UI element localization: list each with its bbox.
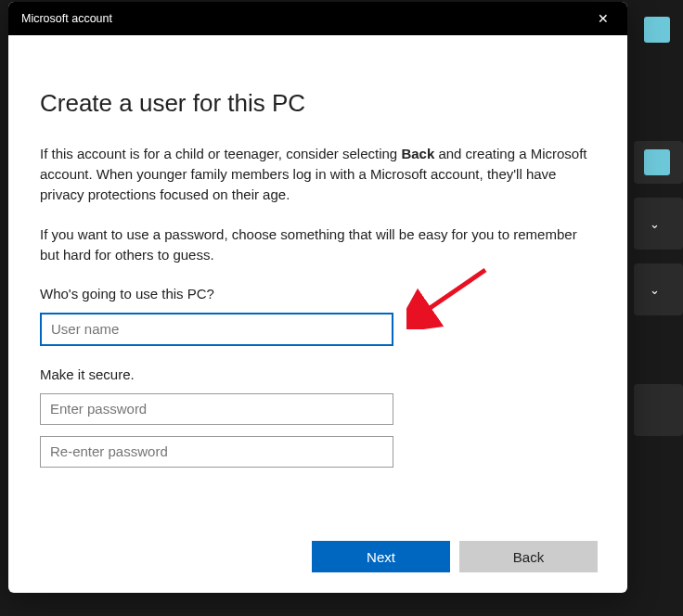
intro-paragraph-2: If you want to use a password, choose so… (40, 225, 595, 265)
intro-paragraph-1: If this account is for a child or teenag… (40, 144, 595, 204)
close-icon[interactable]: ✕ (594, 11, 612, 26)
password-input[interactable] (40, 393, 393, 425)
password-confirm-input[interactable] (40, 436, 393, 468)
bg-tile (644, 149, 670, 175)
secure-group: Make it secure. (40, 366, 596, 468)
content-area: Create a user for this PC If this accoun… (8, 35, 627, 468)
username-input[interactable] (40, 313, 393, 346)
window-title: Microsoft account (21, 12, 112, 25)
next-button[interactable]: Next (312, 541, 450, 572)
para1-pre: If this account is for a child or teenag… (40, 146, 401, 161)
titlebar: Microsoft account ✕ (8, 2, 627, 35)
secure-label: Make it secure. (40, 366, 596, 382)
who-label: Who's going to use this PC? (40, 286, 596, 302)
account-dialog: Microsoft account ✕ Create a user for th… (8, 2, 627, 593)
dialog-footer: Next Back (312, 541, 598, 572)
chevron-down-icon: ⌄ (648, 283, 661, 297)
who-group: Who's going to use this PC? (40, 286, 596, 346)
bg-tile (644, 17, 670, 43)
page-title: Create a user for this PC (40, 89, 596, 118)
chevron-down-icon: ⌄ (648, 217, 661, 231)
back-button[interactable]: Back (459, 541, 598, 572)
para1-bold: Back (401, 146, 434, 161)
bg-row (634, 384, 683, 436)
